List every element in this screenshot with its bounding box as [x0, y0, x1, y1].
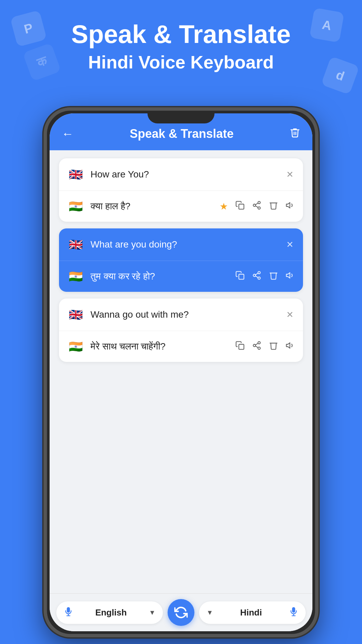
source-flag-3: 🇬🇧 — [67, 306, 84, 323]
copy-button-3[interactable] — [235, 341, 245, 353]
svg-marker-6 — [286, 202, 290, 208]
translation-card-1: 🇬🇧 How are You? ✕ 🇮🇳 क्या हाल है? ★ — [59, 158, 303, 222]
source-row-1: 🇬🇧 How are You? ✕ — [59, 158, 303, 191]
svg-line-18 — [255, 346, 258, 347]
page-title: Speak & Translate — [0, 20, 362, 48]
page-subtitle: Hindi Voice Keyboard — [0, 52, 362, 72]
action-icons-3 — [235, 341, 295, 353]
svg-rect-0 — [239, 204, 244, 209]
volume-down-button — [44, 208, 46, 231]
svg-rect-14 — [239, 344, 244, 349]
phone-notch — [147, 111, 215, 123]
svg-marker-13 — [286, 272, 290, 278]
delete-button-2[interactable] — [269, 271, 278, 282]
volume-up-button — [44, 178, 46, 201]
source-language-label: English — [77, 607, 145, 618]
target-text-1: क्या हाल है? — [90, 201, 214, 212]
source-language-selector[interactable]: English ▼ — [56, 601, 163, 624]
delete-all-button[interactable] — [290, 127, 300, 141]
target-flag-3: 🇮🇳 — [67, 338, 84, 355]
back-button[interactable]: ← — [62, 127, 74, 141]
delete-button-3[interactable] — [269, 341, 278, 353]
svg-line-11 — [255, 276, 258, 277]
svg-line-19 — [255, 343, 258, 345]
target-flag-1: 🇮🇳 — [67, 198, 84, 215]
phone-frame: ← Speak & Translate 🇬🇧 How are You? — [44, 107, 318, 637]
close-card-2-button[interactable]: ✕ — [285, 238, 295, 251]
phone-screen: ← Speak & Translate 🇬🇧 How are You? — [50, 113, 312, 631]
app-bar-title: Speak & Translate — [130, 127, 234, 141]
translation-card-3: 🇬🇧 Wanna go out with me? ✕ 🇮🇳 मेरे साथ च… — [59, 299, 303, 362]
target-row-1: 🇮🇳 क्या हाल है? ★ — [59, 191, 303, 222]
svg-line-5 — [255, 203, 258, 205]
share-button-2[interactable] — [252, 271, 261, 282]
source-row-3: 🇬🇧 Wanna go out with me? ✕ — [59, 299, 303, 331]
target-text-2: तुम क्या कर रहे हो? — [90, 271, 229, 282]
action-icons-2 — [235, 271, 295, 282]
source-flag-1: 🇬🇧 — [67, 166, 84, 183]
target-text-3: मेरे साथ चलना चाहेंगी? — [90, 341, 229, 352]
svg-rect-7 — [239, 274, 244, 279]
speak-button-1[interactable] — [286, 201, 295, 212]
translate-swap-button[interactable] — [168, 599, 194, 626]
copy-button-2[interactable] — [235, 271, 245, 282]
target-mic-icon[interactable] — [289, 607, 298, 619]
source-text-2: What are you doing? — [90, 239, 279, 250]
target-language-label: Hindi — [217, 607, 285, 618]
target-row-3: 🇮🇳 मेरे साथ चलना चाहेंगी? — [59, 331, 303, 362]
svg-line-12 — [255, 273, 258, 275]
svg-marker-20 — [286, 342, 290, 348]
source-flag-2: 🇬🇧 — [67, 236, 84, 253]
share-button-3[interactable] — [252, 341, 261, 353]
target-row-2: 🇮🇳 तुम क्या कर रहे हो? — [59, 261, 303, 292]
close-card-3-button[interactable]: ✕ — [285, 308, 295, 321]
bottom-bar: English ▼ ▼ Hindi — [50, 593, 312, 631]
copy-button-1[interactable] — [235, 201, 245, 212]
power-button — [316, 191, 318, 221]
target-lang-arrow-icon: ▼ — [206, 609, 213, 616]
source-lang-arrow-icon: ▼ — [149, 609, 156, 616]
translation-card-2: 🇬🇧 What are you doing? ✕ 🇮🇳 तुम क्या कर … — [59, 228, 303, 292]
close-card-1-button[interactable]: ✕ — [285, 168, 295, 181]
source-row-2: 🇬🇧 What are you doing? ✕ — [59, 228, 303, 261]
target-flag-2: 🇮🇳 — [67, 268, 84, 285]
source-text-1: How are You? — [90, 169, 279, 180]
star-button-1[interactable]: ★ — [220, 201, 228, 212]
speak-button-2[interactable] — [286, 271, 295, 282]
delete-button-1[interactable] — [269, 201, 278, 212]
header-area: Speak & Translate Hindi Voice Keyboard — [0, 20, 362, 72]
target-language-selector[interactable]: ▼ Hindi — [199, 601, 306, 624]
share-button-1[interactable] — [252, 201, 261, 212]
action-icons-1: ★ — [220, 201, 295, 212]
speak-button-3[interactable] — [286, 341, 295, 353]
source-mic-icon[interactable] — [64, 607, 73, 619]
translations-list: 🇬🇧 How are You? ✕ 🇮🇳 क्या हाल है? ★ — [50, 150, 312, 593]
source-text-3: Wanna go out with me? — [90, 309, 279, 320]
svg-line-4 — [255, 206, 258, 207]
